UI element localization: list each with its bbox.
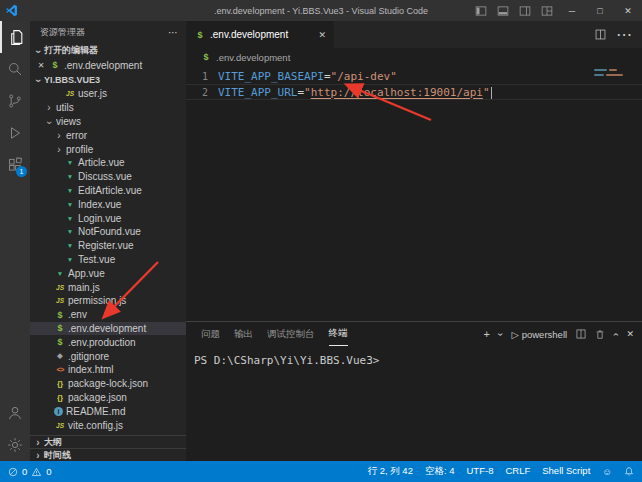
tree-item-views[interactable]: ›views bbox=[30, 115, 186, 129]
file-name: .env.development bbox=[68, 323, 146, 334]
split-editor-icon[interactable] bbox=[595, 29, 606, 40]
tree-item-NotFound.vue[interactable]: ›▼NotFound.vue bbox=[30, 225, 186, 239]
status-item[interactable]: 行 2, 列 42 bbox=[368, 465, 413, 478]
tree-item-permission.js[interactable]: ›JSpermission.js bbox=[30, 294, 186, 308]
file-name: Article.vue bbox=[78, 157, 125, 168]
tree-item-Test.vue[interactable]: ›▼Test.vue bbox=[30, 253, 186, 267]
explorer-icon[interactable] bbox=[0, 21, 30, 53]
text-cursor bbox=[491, 87, 493, 99]
file-name: package-lock.json bbox=[68, 378, 148, 389]
file-name: .env bbox=[68, 309, 87, 320]
js-file-icon: JS bbox=[54, 422, 66, 429]
more-actions-icon[interactable]: ⋯ bbox=[168, 27, 178, 38]
tree-item-Article.vue[interactable]: ›▼Article.vue bbox=[30, 156, 186, 170]
tree-item-.env[interactable]: ›$.env bbox=[30, 308, 186, 322]
notifications-bell-icon[interactable] bbox=[624, 466, 634, 477]
panel-actions: + › ▷ powershell › ✕ bbox=[484, 328, 634, 340]
minimap[interactable] bbox=[594, 69, 636, 79]
file-name: user.js bbox=[78, 88, 107, 99]
panel-tab-调试控制台[interactable]: 调试控制台 bbox=[267, 322, 315, 346]
tree-item-utils[interactable]: ›utils bbox=[30, 101, 186, 115]
maximize-button[interactable]: □ bbox=[586, 0, 614, 21]
tree-item-error[interactable]: ›error bbox=[30, 128, 186, 142]
tree-item-index.html[interactable]: ›<>index.html bbox=[30, 363, 186, 377]
code-line-2[interactable]: 2VITE_APP_URL="http://localhost:19001/ap… bbox=[186, 84, 642, 100]
sidebar-title-label: 资源管理器 bbox=[40, 26, 85, 39]
tree-item-App.vue[interactable]: ›▼App.vue bbox=[30, 266, 186, 280]
vue-file-icon: ▼ bbox=[64, 201, 76, 208]
toggle-sidebar-icon[interactable] bbox=[470, 0, 492, 21]
terminal-dropdown-icon[interactable]: › bbox=[495, 332, 506, 335]
tree-item-.gitignore[interactable]: ›◆.gitignore bbox=[30, 349, 186, 363]
activity-bar: 1 bbox=[0, 21, 30, 461]
close-tab-icon[interactable]: ✕ bbox=[318, 30, 326, 40]
tree-item-Discuss.vue[interactable]: ›▼Discuss.vue bbox=[30, 170, 186, 184]
folder-chevron-icon: › bbox=[44, 102, 54, 113]
project-header[interactable]: › YI.BBS.VUE3 bbox=[30, 72, 186, 87]
tree-item-EditArticle.vue[interactable]: ›▼EditArticle.vue bbox=[30, 184, 186, 198]
sidebar-title: 资源管理器 ⋯ bbox=[30, 21, 186, 43]
timeline-section[interactable]: › 时间线 bbox=[30, 448, 186, 461]
file-name: Login.vue bbox=[78, 213, 121, 224]
open-editors-header[interactable]: › 打开的编辑器 bbox=[30, 43, 186, 58]
feedback-smiley-icon[interactable]: ☺ bbox=[602, 466, 612, 477]
settings-gear-icon[interactable] bbox=[0, 429, 30, 461]
status-right: 行 2, 列 42空格: 4UTF-8CRLFShell Script ☺ bbox=[368, 465, 634, 478]
folder-chevron-icon: › bbox=[54, 144, 64, 155]
tree-item-vite.config.js[interactable]: ›JSvite.config.js bbox=[30, 418, 186, 432]
tree-item-.env.production[interactable]: ›$.env.production bbox=[30, 335, 186, 349]
source-control-icon[interactable] bbox=[0, 85, 30, 117]
new-terminal-icon[interactable]: + bbox=[484, 328, 490, 340]
minimize-button[interactable]: ─ bbox=[558, 0, 586, 21]
panel-tab-终端[interactable]: 终端 bbox=[329, 322, 348, 346]
chevron-down-icon: › bbox=[33, 76, 44, 86]
close-panel-icon[interactable]: ✕ bbox=[626, 329, 634, 339]
more-actions-icon[interactable]: ⋯ bbox=[616, 25, 632, 44]
titlebar: .env.development - Yi.BBS.Vue3 - Visual … bbox=[0, 0, 642, 21]
status-item[interactable]: Shell Script bbox=[542, 465, 590, 478]
terminal-shell-chip[interactable]: ▷ powershell bbox=[511, 329, 567, 340]
status-item[interactable]: UTF-8 bbox=[467, 465, 494, 478]
tree-item-profile[interactable]: ›profile bbox=[30, 142, 186, 156]
breadcrumb[interactable]: $ .env.development bbox=[186, 48, 642, 66]
tab-env-development[interactable]: $ .env.development ✕ bbox=[186, 21, 334, 48]
open-editor-item[interactable]: ✕ $ .env.development bbox=[30, 58, 186, 72]
problems-status[interactable]: 0 0 bbox=[8, 466, 52, 477]
status-item[interactable]: CRLF bbox=[505, 465, 530, 478]
tree-item-README.md[interactable]: ›iREADME.md bbox=[30, 404, 186, 418]
terminal-output[interactable]: PS D:\CSharp\Yi\Yi.BBS.Vue3> bbox=[186, 346, 642, 461]
shell-file-icon: $ bbox=[54, 323, 66, 333]
search-icon[interactable] bbox=[0, 53, 30, 85]
split-terminal-icon[interactable] bbox=[576, 329, 586, 339]
tree-item-package-lock.json[interactable]: ›{}package-lock.json bbox=[30, 377, 186, 391]
outline-section[interactable]: › 大纲 bbox=[30, 435, 186, 448]
tree-item-package.json[interactable]: ›{}package.json bbox=[30, 391, 186, 405]
tree-item-Index.vue[interactable]: ›▼Index.vue bbox=[30, 197, 186, 211]
code-editor[interactable]: 1VITE_APP_BASEAPI="/api-dev"2VITE_APP_UR… bbox=[186, 66, 642, 321]
panel-tab-问题[interactable]: 问题 bbox=[201, 322, 220, 346]
tree-item-.env.development[interactable]: ›$.env.development bbox=[30, 322, 186, 336]
breadcrumb-label: .env.development bbox=[216, 52, 290, 63]
status-item[interactable]: 空格: 4 bbox=[425, 465, 455, 478]
customize-layout-icon[interactable] bbox=[536, 0, 558, 21]
vue-file-icon: ▼ bbox=[64, 173, 76, 180]
toggle-panel-icon[interactable] bbox=[492, 0, 514, 21]
tree-item-Login.vue[interactable]: ›▼Login.vue bbox=[30, 211, 186, 225]
tree-item-Register.vue[interactable]: ›▼Register.vue bbox=[30, 239, 186, 253]
panel-tab-输出[interactable]: 输出 bbox=[234, 322, 253, 346]
run-debug-icon[interactable] bbox=[0, 117, 30, 149]
shell-label: powershell bbox=[522, 329, 567, 340]
toggle-secondary-sidebar-icon[interactable] bbox=[514, 0, 536, 21]
tree-item-main.js[interactable]: ›JSmain.js bbox=[30, 280, 186, 294]
close-button[interactable]: ✕ bbox=[614, 0, 642, 21]
maximize-panel-icon[interactable]: › bbox=[610, 332, 621, 335]
extensions-icon[interactable]: 1 bbox=[0, 149, 30, 181]
vscode-window: .env.development - Yi.BBS.Vue3 - Visual … bbox=[0, 0, 642, 482]
file-name: views bbox=[56, 116, 81, 127]
kill-terminal-trash-icon[interactable] bbox=[595, 329, 605, 340]
code-line-1[interactable]: 1VITE_APP_BASEAPI="/api-dev" bbox=[186, 68, 642, 84]
close-icon[interactable]: ✕ bbox=[36, 61, 46, 70]
vue-file-icon: ▼ bbox=[64, 228, 76, 235]
account-icon[interactable] bbox=[0, 397, 30, 429]
tree-item-user.js[interactable]: ›JSuser.js bbox=[30, 87, 186, 101]
